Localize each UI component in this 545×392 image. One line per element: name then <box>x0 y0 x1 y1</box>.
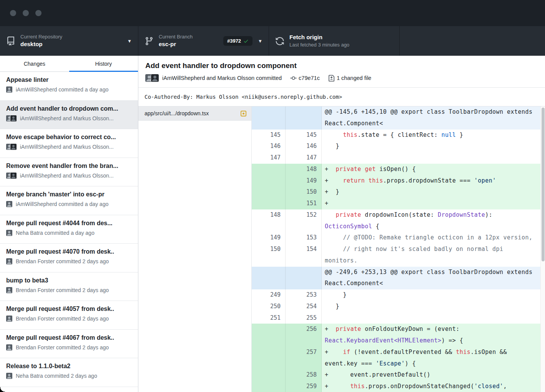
current-branch-value: esc-pr <box>159 41 223 48</box>
commit-list-item[interactable]: Merge pull request #4044 from des...Neha… <box>0 215 138 244</box>
tab-history[interactable]: History <box>69 56 138 71</box>
window-minimize-button[interactable] <box>23 10 29 16</box>
old-line-number: 148 <box>252 209 286 233</box>
avatar <box>151 74 159 82</box>
commit-item-byline: iAmWillShepherd and Markus Olsson... <box>20 144 114 150</box>
diff-code-text: } <box>322 301 545 312</box>
repo-icon <box>6 37 15 46</box>
diff-scrollbar-thumb[interactable] <box>542 108 545 261</box>
old-line-number: 149 <box>252 232 286 244</box>
commit-item-meta: iAmWillShepherd and Markus Olsson... <box>6 144 132 150</box>
avatar <box>6 86 12 93</box>
diff-code-text: private dropdownIcon(state: DropdownStat… <box>322 209 545 233</box>
file-diff-icon <box>328 75 335 81</box>
new-line-number: 258 <box>286 369 322 381</box>
commit-item-byline: Brendan Forster committed 2 days ago <box>16 258 109 264</box>
diff-code-text: // @TODO: Remake triangle octicon in a 1… <box>322 232 545 244</box>
diff-code-text: + this.props.onDropdownStateChanged('clo… <box>322 381 545 392</box>
diff-hunk-header: @@ -145,6 +145,10 @@ export class Toolba… <box>252 106 545 130</box>
avatar <box>6 287 12 293</box>
commit-item-meta: Neha Batra committed 2 days ago <box>6 373 132 379</box>
old-line-number <box>252 175 286 187</box>
old-line-number <box>252 324 286 347</box>
file-modified-icon <box>241 111 246 116</box>
diff-line: 150+ } <box>252 186 545 198</box>
changed-file-row[interactable]: app/src/ui/t.../dropdown.tsx <box>138 106 251 121</box>
app-toolbar: Current Repository desktop ▼ Current Bra… <box>0 26 545 56</box>
commit-list-item[interactable]: Move escape behavior to correct co...iAm… <box>0 129 138 158</box>
new-line-number: 259 <box>286 381 322 392</box>
diff-line: 151+ <box>252 198 545 209</box>
avatar-stack <box>6 258 12 264</box>
commit-item-byline: Neha Batra committed 2 days ago <box>16 373 97 379</box>
avatar-stack <box>145 74 159 82</box>
current-repository-button[interactable]: Current Repository desktop ▼ <box>0 26 138 56</box>
diff-code-text: } <box>322 141 545 152</box>
commit-list-item[interactable]: Release to 1.1.0-beta2Neha Batra committ… <box>0 358 138 387</box>
new-line-number: 149 <box>286 175 322 187</box>
commit-list-item[interactable]: bump to beta3Brendan Forster committed 2… <box>0 272 138 301</box>
commit-item-byline: Brendan Forster committed 2 days ago <box>16 344 109 350</box>
current-branch-label: Current Branch <box>159 34 223 40</box>
new-line-number <box>286 267 322 290</box>
diff-code-text: + return this.props.dropdownState === 'o… <box>322 175 545 187</box>
toolbar-spacer <box>400 26 545 56</box>
window-corner <box>0 387 5 392</box>
diff-line: 259+ this.props.onDropdownStateChanged('… <box>252 381 545 392</box>
diff-line: 149+ return this.props.dropdownState ===… <box>252 175 545 187</box>
new-line-number: 146 <box>286 141 322 152</box>
commit-item-byline: iAmWillShepherd and Markus Olsson... <box>20 115 114 121</box>
new-line-number: 153 <box>286 232 322 244</box>
commit-item-byline: Neha Batra committed a day ago <box>16 230 95 236</box>
diff-code-text: // right now it's scaled badly on normal… <box>322 244 545 267</box>
avatar <box>6 230 12 236</box>
old-line-number <box>252 347 286 370</box>
commit-title: Add event handler to dropdown component <box>145 61 538 70</box>
tab-changes[interactable]: Changes <box>0 56 69 71</box>
commit-item-title: bump to beta3 <box>6 277 132 284</box>
old-line-number <box>252 381 286 392</box>
commit-item-meta: Brendan Forster committed 2 days ago <box>6 287 132 293</box>
new-line-number: 151 <box>286 198 322 209</box>
diff-code-text: @@ -249,6 +253,13 @@ export class Toolba… <box>322 267 545 290</box>
commit-item-meta: Neha Batra committed a day ago <box>6 230 132 236</box>
new-line-number: 256 <box>286 324 322 347</box>
new-line-number: 145 <box>286 130 322 141</box>
avatar-stack <box>6 173 17 179</box>
avatar <box>6 316 12 322</box>
commit-list-item[interactable]: Appease linteriAmWillShepherd committed … <box>0 72 138 101</box>
commit-list-item[interactable]: Merge pull request #4057 from desk..Bren… <box>0 301 138 330</box>
commit-item-title: Add event handler to dropdown com... <box>6 105 132 112</box>
diff-scrollbar-track[interactable] <box>540 106 545 392</box>
current-branch-button[interactable]: Current Branch esc-pr #3972 ▼ <box>138 26 269 56</box>
window-close-button[interactable] <box>10 10 16 16</box>
commit-item-byline: Brendan Forster committed 2 days ago <box>16 287 109 293</box>
current-repository-value: desktop <box>20 41 123 48</box>
commit-list-item[interactable]: Add event handler to dropdown com...iAmW… <box>0 101 138 130</box>
new-line-number: 254 <box>286 301 322 312</box>
window-zoom-button[interactable] <box>35 10 42 16</box>
diff-code-text: + private get isOpen() { <box>322 164 545 175</box>
diff-line: 149153 // @TODO: Remake triangle octicon… <box>252 232 545 244</box>
diff-code-text: + event.preventDefault() <box>322 369 545 381</box>
commit-item-title: Merge branch 'master' into esc-pr <box>6 191 132 198</box>
diff-line: 147147 <box>252 152 545 164</box>
old-line-number <box>252 198 286 209</box>
commit-item-meta: Brendan Forster committed 2 days ago <box>6 316 132 322</box>
diff-code-text <box>322 152 545 164</box>
commit-list-item[interactable]: Remove event handler from the bran...iAm… <box>0 158 138 187</box>
commit-list-item[interactable]: Merge pull request #4051 from des... <box>0 387 138 392</box>
diff-line: 249253 } <box>252 289 545 301</box>
pr-number-badge[interactable]: #3972 <box>223 36 253 46</box>
commit-list-item[interactable]: Merge pull request #4067 from desk..Bren… <box>0 330 138 359</box>
pr-number: #3972 <box>227 38 241 44</box>
fetch-origin-button[interactable]: Fetch origin Last fetched 3 minutes ago <box>269 26 400 56</box>
commit-list-item[interactable]: Merge pull request #4070 from desk..Bren… <box>0 244 138 272</box>
old-line-number <box>252 267 286 290</box>
commit-description: Co-Authored-By: Markus Olsson <niik@user… <box>138 87 545 106</box>
new-line-number <box>286 106 322 130</box>
diff-line: 251255 <box>252 312 545 324</box>
diff-viewer: @@ -145,6 +145,10 @@ export class Toolba… <box>252 106 545 392</box>
commit-list-item[interactable]: Merge branch 'master' into esc-priAmWill… <box>0 186 138 215</box>
diff-line: 148+ private get isOpen() { <box>252 164 545 175</box>
